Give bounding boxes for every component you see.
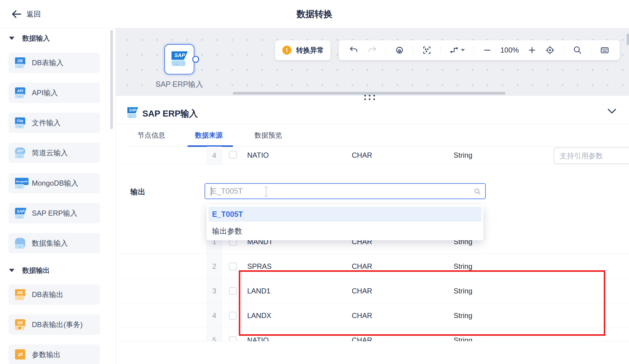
sidebar-item-db-input[interactable]: DB→ DB表输入 (8, 53, 100, 73)
back-label: 返回 (26, 9, 41, 19)
field-type: CHAR (352, 287, 372, 295)
collapse-caret-icon (9, 269, 14, 272)
field-name: LANDX (247, 311, 271, 320)
zoom-in-button[interactable] (527, 46, 536, 55)
error-badge-label: 转换异常 (296, 46, 324, 55)
sidebar-item-jiandaoyun-input[interactable]: JDY→ 简道云输入 (8, 143, 100, 163)
search-node-button[interactable] (573, 45, 582, 55)
sidebar-item-label: 参数输出 (32, 350, 61, 359)
sidebar-item-label: API输入 (32, 88, 58, 98)
fit-selection-button[interactable] (422, 45, 432, 55)
sidebar-item-dataset-input[interactable]: → 数据集输入 (8, 233, 100, 253)
field-mapped-type: String (454, 311, 473, 320)
sidebar-item-label: 简道云输入 (32, 148, 68, 158)
text-caret (211, 187, 211, 196)
back-button[interactable]: 返回 (11, 0, 41, 28)
sidebar-item-param-output[interactable]: ⇄ 参数输出 (8, 344, 100, 364)
sidebar-item-label: DB表输出(事务) (32, 320, 83, 329)
toolbar-divider (440, 46, 441, 54)
sidebar-item-label: 文件输入 (32, 118, 61, 128)
row-checkbox[interactable] (229, 287, 237, 295)
section-data-output[interactable]: 数据输出 (9, 265, 50, 275)
file-input-icon: File→ (15, 117, 27, 129)
sap-erp-node[interactable]: SAP → (164, 44, 194, 74)
top-header: 返回 数据转换 (0, 0, 629, 28)
table-row: 3 LAND1 CHAR String (116, 279, 629, 303)
output-select-input[interactable] (212, 184, 458, 199)
sidebar-item-db-output[interactable]: DB→ DB表输出 (8, 284, 100, 305)
output-select[interactable] (205, 183, 486, 199)
search-icon (473, 188, 481, 196)
page-title: 数据转换 (0, 0, 629, 28)
canvas-horizontal-scrollbar[interactable] (233, 92, 506, 95)
app-root: 返回 数据转换 数据输入 DB→ DB表输入 API→ API输入 File→ … (0, 0, 629, 364)
output-field-label: 输出 (130, 187, 145, 197)
warning-icon: ! (282, 46, 291, 55)
dropdown-option[interactable]: 输出参数 (208, 223, 482, 238)
undo-button[interactable] (349, 45, 359, 55)
db-output-transaction-icon: DB◆ (15, 319, 27, 331)
table-row: 4 NATIO CHAR String (116, 147, 629, 165)
sap-logo-icon: SAP (172, 51, 188, 60)
table-row: 4 LANDX CHAR String (116, 303, 629, 328)
db-input-icon: DB→ (15, 57, 27, 69)
table-row: 5 NATIO CHAR String (116, 328, 629, 341)
sap-erp-input-icon: SAP→ (15, 207, 27, 219)
redo-button[interactable] (367, 45, 377, 55)
collapse-panel-button[interactable] (607, 108, 616, 114)
locate-node-button[interactable] (545, 45, 555, 55)
api-input-icon: API→ (15, 87, 27, 99)
chevron-down-icon (607, 108, 616, 114)
back-arrow-icon (11, 10, 22, 19)
section-label: 数据输入 (22, 34, 50, 43)
table-row: 2 SPRAS CHAR String (116, 254, 629, 279)
tab-data-source[interactable]: 数据来源 (195, 131, 223, 140)
field-mapped-type: String (454, 151, 473, 159)
row-checkbox[interactable] (229, 336, 237, 341)
plus-icon (527, 46, 536, 55)
tab-node-info[interactable]: 节点信息 (138, 131, 165, 140)
zoom-out-button[interactable] (483, 46, 492, 55)
connector-icon (449, 45, 459, 55)
output-select-dropdown: E_T005T 输出参数 (207, 205, 483, 240)
mongodb-input-icon: MongoDB→ (15, 177, 27, 189)
shortcut-keys-button[interactable] (600, 45, 609, 55)
node-output-port[interactable] (192, 56, 199, 63)
row-index: 4 (207, 303, 222, 328)
panel-resize-handle[interactable] (364, 95, 376, 102)
row-checkbox[interactable] (229, 312, 237, 320)
row-checkbox[interactable] (229, 262, 237, 270)
tab-data-preview[interactable]: 数据预览 (254, 131, 282, 140)
field-name: SPRAS (247, 262, 272, 271)
sidebar-item-api-input[interactable]: API→ API输入 (8, 83, 100, 103)
sap-node-icon: SAP → (127, 107, 138, 119)
input-arrow-icon: → (172, 60, 185, 66)
field-name: LAND1 (247, 287, 270, 295)
toolbar-divider (413, 46, 413, 54)
dropdown-option-selected[interactable]: E_T005T (208, 207, 482, 222)
connector-style-button[interactable] (449, 45, 465, 55)
jiandaoyun-input-icon: JDY→ (15, 147, 27, 159)
row-index: 5 (207, 328, 222, 341)
transform-error-badge[interactable]: ! 转换异常 (275, 40, 330, 60)
chevron-down-icon (461, 49, 465, 51)
toolbar-divider (386, 46, 386, 54)
node-label: SAP ERP输入 (149, 79, 209, 89)
sidebar-item-label: MongoDB输入 (32, 178, 78, 188)
canvas-vertical-scrollbar[interactable] (627, 34, 629, 45)
sidebar-item-mongodb-input[interactable]: MongoDB→ MongoDB输入 (8, 173, 100, 193)
sidebar-item-label: DB表输入 (32, 58, 63, 68)
sidebar-item-sap-erp-input[interactable]: SAP→ SAP ERP输入 (8, 203, 100, 223)
field-type: CHAR (352, 151, 372, 159)
flow-canvas[interactable]: SAP → SAP ERP输入 ! 转换异常 (116, 28, 629, 96)
sidebar-item-file-input[interactable]: File→ 文件输入 (8, 113, 100, 133)
param-reference-input[interactable] (554, 147, 629, 164)
replay-button[interactable] (395, 45, 404, 55)
row-checkbox[interactable] (229, 151, 237, 159)
spiral-icon (395, 45, 404, 55)
section-data-input[interactable]: 数据输入 (9, 33, 50, 43)
sidebar-item-db-output-transaction[interactable]: DB◆ DB表输出(事务) (8, 314, 100, 335)
db-output-icon: DB→ (15, 289, 27, 301)
sidebar-scrollbar[interactable] (110, 30, 113, 129)
crosshair-icon (545, 45, 555, 55)
